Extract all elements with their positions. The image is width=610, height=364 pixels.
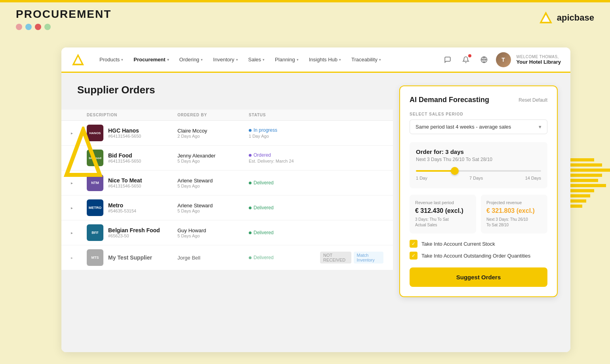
apicbase-logo-icon (538, 10, 554, 26)
chevron-down-icon: ▾ (201, 58, 203, 62)
ordered-by-time: 5 Days Ago (177, 233, 249, 238)
row-expand-btn[interactable]: ▸ (71, 231, 87, 235)
status-cell: Delivered (249, 255, 320, 260)
order-for-title: Order for: 3 days (416, 148, 541, 155)
ordered-by-cell: Arlene Steward 5 Days Ago (177, 203, 249, 213)
suggest-orders-button[interactable]: Suggest Orders (410, 267, 547, 287)
nav-item-insights[interactable]: Insights Hub ▾ (304, 53, 346, 66)
chevron-down-icon: ▾ (263, 58, 265, 62)
dot-2 (25, 24, 32, 30)
ai-panel-container: AI Demand Forecasting Reset Default SELE… (393, 73, 570, 352)
orders-panel: Supplier Orders DESCRIPTION ORDERED BY S… (61, 73, 393, 352)
slider-thumb[interactable] (451, 167, 459, 175)
row-expand-btn[interactable]: ▸ (71, 206, 87, 210)
globe-icon-btn[interactable] (478, 53, 490, 66)
supplier-logo-metro: METRO (87, 199, 103, 216)
dot-3 (35, 24, 41, 30)
ordered-by-person: Jenny Alexander (177, 153, 249, 159)
orders-header: Supplier Orders (61, 73, 393, 104)
row-expand-btn[interactable]: ▸ (71, 256, 87, 260)
col-ordered-by: ORDERED BY (177, 113, 249, 117)
chat-icon-btn[interactable] (441, 53, 454, 66)
top-bar (0, 0, 610, 2)
supplier-name: Belgian Fresh Food (108, 227, 160, 233)
ordered-by-person: Jorge Bell (177, 255, 249, 261)
order-days-slider[interactable]: 1 Day 7 Days 14 Days (416, 169, 541, 182)
supplier-info: Belgian Fresh Food #65623-50 (108, 227, 160, 238)
supplier-id: #65623-50 (108, 233, 160, 238)
status-badge-in-progress: In progress (249, 127, 277, 133)
col-status: STATUS (249, 113, 320, 117)
ordered-by-time: 5 Days Ago (177, 209, 249, 213)
select-period-label: SELECT SALES PERIOD (410, 112, 547, 116)
orders-title: Supplier Orders (77, 84, 377, 96)
status-label: In progress (254, 127, 277, 133)
revenue-last-label: Revenue last period (415, 200, 471, 205)
table-row: ▸ NTM Nice To Meat #64131546-5650 Arlene… (61, 171, 393, 195)
ordered-by-person: Arlene Steward (177, 203, 249, 209)
slider-labels: 1 Day 7 Days 14 Days (416, 176, 541, 180)
projected-sublabel: Next 3 Days: Thu 26/10To Sat 28/10 (486, 217, 542, 228)
chevron-down-icon: ▾ (379, 58, 381, 62)
status-dot (249, 231, 252, 234)
checkbox-row-2[interactable]: ✓ Take Into Account Outstanding Order Qu… (410, 252, 547, 260)
checkbox-current-stock[interactable]: ✓ (410, 240, 417, 248)
slider-label-7days: 7 Days (469, 176, 483, 180)
chevron-down-icon: ▾ (121, 58, 123, 62)
supplier-logo-mts: MTS (87, 249, 103, 266)
status-badge-ordered: Ordered (249, 152, 271, 158)
nav-item-traceability[interactable]: Traceability ▾ (347, 53, 386, 66)
ordered-by-person: Claire Mccoy (177, 128, 249, 134)
status-label: Delivered (254, 255, 274, 260)
ordered-by-time: 5 Days Ago (177, 184, 249, 188)
header-section: PROCUREMENT (16, 8, 111, 30)
status-cell: In progress 1 Day Ago (249, 127, 320, 138)
status-cell: Delivered (249, 180, 320, 186)
ordered-by-person: Arlene Steward (177, 178, 249, 184)
dots-row (16, 24, 111, 30)
supplier-cell: BFF Belgian Fresh Food #65623-50 (87, 224, 177, 241)
status-cell: Delivered (249, 230, 320, 235)
table-row: ▸ MTS My Test Supplier Jorge Bell (61, 245, 393, 270)
status-label: Delivered (254, 230, 274, 235)
table-header: DESCRIPTION ORDERED BY STATUS (61, 110, 393, 121)
status-dot (249, 182, 252, 184)
col-extra (320, 113, 383, 117)
order-for-card: Order for: 3 days Next 3 Days Thu 26/10 … (410, 142, 547, 188)
nav-item-sales[interactable]: Sales ▾ (244, 53, 270, 66)
status-label: Delivered (254, 180, 274, 186)
checkbox-outstanding-orders[interactable]: ✓ (410, 252, 417, 260)
period-select-dropdown[interactable]: Same period last 4 weeks - average sales… (410, 119, 547, 134)
user-info: WELCOME THOMAS, Your Hotel Library (517, 55, 561, 65)
chevron-down-icon: ▾ (539, 124, 541, 130)
status-badge-delivered: Delivered (249, 255, 274, 260)
supplier-logo-bff: BFF (87, 224, 103, 241)
slider-label-14days: 14 Days (525, 176, 541, 180)
ai-demand-panel: AI Demand Forecasting Reset Default SELE… (399, 85, 558, 297)
nav-item-inventory[interactable]: Inventory ▾ (208, 53, 242, 66)
ordered-by-cell: Arlene Steward 5 Days Ago (177, 178, 249, 188)
nav-item-products[interactable]: Products ▾ (95, 53, 128, 66)
nav-logo-icon (71, 53, 85, 67)
status-cell: Delivered (249, 205, 320, 210)
slider-label-1day: 1 Day (416, 176, 427, 180)
supplier-id: #64131546-5650 (108, 159, 141, 163)
row-expand-btn[interactable]: ▸ (71, 181, 87, 185)
ordered-by-cell: Jenny Alexander 5 Days Ago (177, 153, 249, 163)
nav-item-ordering[interactable]: Ordering ▾ (175, 53, 208, 66)
nav-item-procurement[interactable]: Procurement ▾ (129, 53, 173, 66)
nav-item-planning[interactable]: Planning ▾ (270, 53, 303, 66)
notification-icon-btn[interactable] (459, 53, 472, 66)
dot-1 (16, 24, 22, 30)
chevron-down-icon: ▾ (339, 58, 341, 62)
apicbase-logo-text: apicbase (557, 13, 594, 23)
status-badge-delivered: Delivered (249, 180, 274, 186)
reset-default-btn[interactable]: Reset Default (518, 97, 547, 103)
ordered-by-time: 5 Days Ago (177, 159, 249, 163)
table-row: ▸ BFF Belgian Fresh Food #65623-50 Guy H… (61, 220, 393, 245)
supplier-info: Nice To Meat #64131546-5650 (108, 177, 142, 188)
checkbox-row-1[interactable]: ✓ Take Into Account Current Stock (410, 240, 547, 248)
supplier-cell: MTS My Test Supplier (87, 249, 177, 266)
status-badge-delivered: Delivered (249, 205, 274, 210)
order-for-subtitle: Next 3 Days Thu 26/10 To Sat 28/10 (416, 157, 541, 162)
